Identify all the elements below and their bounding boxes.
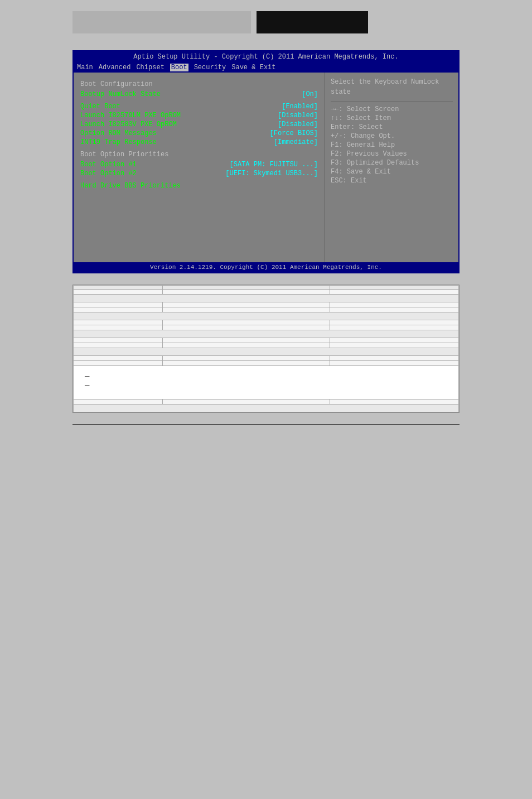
table-cell <box>330 325 459 330</box>
table-cell <box>163 338 330 343</box>
hard-drive-bbs-label: Hard Drive BBS Priorities <box>80 182 181 190</box>
table-row <box>74 330 459 338</box>
bios-footer: Version 2.14.1219. Copyright (C) 2011 Am… <box>74 262 458 272</box>
table-cell <box>74 338 163 343</box>
table-cell <box>163 290 330 295</box>
table-cell <box>330 320 459 325</box>
shortcut-f4: F4: Save & Exit <box>331 168 453 176</box>
menu-item-boot[interactable]: Boot <box>170 64 188 71</box>
quiet-boot-value: [Enabled] <box>282 103 318 110</box>
quiet-boot-row: Quiet Boot [Enabled] <box>80 103 318 110</box>
bios-body: Boot Configuration Bootup NumLock State … <box>74 73 458 262</box>
header-right-block <box>257 11 368 33</box>
pxe-lm-row: Launch I82579LM PXE OpROM [Disabled] <box>80 112 318 119</box>
table-cell <box>163 399 330 405</box>
table-row <box>74 348 459 356</box>
table-row <box>74 295 459 302</box>
option-rom-row: Option ROM Messages [Force BIOS] <box>80 129 318 137</box>
shortcut-select-screen: →←: Select Screen <box>331 105 453 113</box>
table-row <box>74 343 459 348</box>
table-row: —— <box>74 366 459 399</box>
table-section: —— <box>72 285 460 413</box>
table-cell <box>163 286 330 290</box>
bios-screen: Aptio Setup Utility - Copyright (C) 2011… <box>72 50 460 273</box>
table-cell <box>163 325 330 330</box>
table-cell <box>74 290 163 295</box>
table-cell <box>74 295 459 302</box>
table-cell <box>330 290 459 295</box>
table-cell <box>163 307 330 312</box>
table-cell <box>163 356 330 361</box>
table-row <box>74 338 459 343</box>
int19-label: INT19 Trap Response <box>80 138 157 146</box>
bios-menu-bar[interactable]: Main Advanced Chipset Boot Security Save… <box>74 62 458 73</box>
pxe-v-value: [Disabled] <box>278 121 318 128</box>
table-cell <box>163 361 330 366</box>
bios-footer-text: Version 2.14.1219. Copyright (C) 2011 Am… <box>150 264 382 271</box>
table-row <box>74 399 459 405</box>
table-cell <box>163 320 330 325</box>
table-cell <box>74 312 459 320</box>
table-cell <box>74 356 163 361</box>
table-cell <box>74 307 163 312</box>
boot-option1-value: [SATA PM: FUJITSU ...] <box>230 161 318 169</box>
table-row <box>74 302 459 307</box>
bios-title-text: Aptio Setup Utility - Copyright (C) 2011… <box>133 53 398 61</box>
bios-left-panel: Boot Configuration Bootup NumLock State … <box>74 73 325 262</box>
table-row <box>74 325 459 330</box>
table-cell <box>330 356 459 361</box>
pxe-lm-value: [Disabled] <box>278 112 318 119</box>
pxe-lm-label: Launch I82579LM PXE OpROM <box>80 112 181 119</box>
menu-item-main[interactable]: Main <box>77 64 93 71</box>
table-row <box>74 290 459 295</box>
bios-divider <box>331 102 453 102</box>
table-row <box>74 320 459 325</box>
quiet-boot-label: Quiet Boot <box>80 103 120 110</box>
bootup-numlock-row: Bootup NumLock State [On] <box>80 90 318 98</box>
bios-title-bar: Aptio Setup Utility - Copyright (C) 2011… <box>74 51 458 62</box>
int19-row: INT19 Trap Response [Immediate] <box>80 138 318 146</box>
table-cell <box>74 399 163 405</box>
table-cell: —— <box>74 366 459 399</box>
table-cell <box>330 286 459 290</box>
top-header <box>0 0 532 45</box>
table-cell <box>330 343 459 348</box>
table-cell <box>74 302 163 307</box>
header-left-block <box>72 11 251 33</box>
bootup-numlock-value: [On] <box>302 90 318 98</box>
boot-config-header: Boot Configuration <box>80 80 318 88</box>
table-cell <box>330 302 459 307</box>
table-cell <box>74 330 459 338</box>
boot-option-priorities-header: Boot Option Priorities <box>80 151 318 158</box>
pxe-v-label: Launch I82583V PXE OpROM <box>80 121 177 128</box>
table-footer-row <box>74 405 459 412</box>
table-row <box>74 286 459 290</box>
option-rom-value: [Force BIOS] <box>270 129 318 137</box>
boot-option1-row: Boot Option #1 [SATA PM: FUJITSU ...] <box>80 161 318 169</box>
menu-item-chipset[interactable]: Chipset <box>136 64 164 71</box>
table-cell <box>74 361 163 366</box>
table-cell <box>74 348 459 356</box>
shortcut-f3: F3: Optimized Defaults <box>331 159 453 167</box>
table-row <box>74 361 459 366</box>
data-table: —— <box>73 285 459 412</box>
table-cell <box>74 320 163 325</box>
table-cell <box>74 286 163 290</box>
menu-item-advanced[interactable]: Advanced <box>99 64 131 71</box>
table-cell <box>74 405 459 412</box>
table-row <box>74 307 459 312</box>
hard-drive-bbs-row: Hard Drive BBS Priorities <box>80 182 318 190</box>
int19-value: [Immediate] <box>274 138 318 146</box>
boot-option2-row: Boot Option #2 [UEFI: Skymedi USB3...] <box>80 170 318 177</box>
table-cell <box>330 399 459 405</box>
table-row <box>74 356 459 361</box>
bottom-rule <box>72 424 460 425</box>
shortcut-esc: ESC: Exit <box>331 177 453 185</box>
shortcut-select-item: ↑↓: Select Item <box>331 114 453 122</box>
menu-item-security[interactable]: Security <box>194 64 226 71</box>
shortcut-f2: F2: Previous Values <box>331 150 453 158</box>
table-cell <box>163 343 330 348</box>
option-rom-label: Option ROM Messages <box>80 129 157 137</box>
menu-item-save-exit[interactable]: Save & Exit <box>231 64 275 71</box>
table-row <box>74 312 459 320</box>
